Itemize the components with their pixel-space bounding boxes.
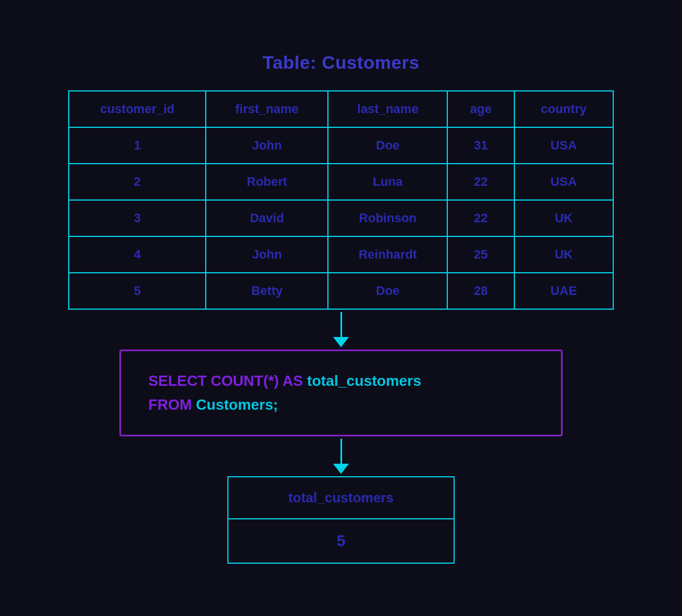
table-cell: 31 [447, 127, 514, 164]
table-cell: Doe [328, 273, 447, 309]
customers-table: customer_idfirst_namelast_nameagecountry… [68, 90, 614, 310]
table-header-row: customer_idfirst_namelast_nameagecountry [69, 91, 613, 127]
arrow-line [340, 312, 342, 337]
table-cell: 5 [69, 273, 206, 309]
result-header-row: total_customers [228, 477, 454, 519]
table-cell: 4 [69, 236, 206, 273]
result-value: 5 [228, 519, 454, 563]
table-cell: Doe [328, 127, 447, 164]
sql-text-from-customers: Customers; [192, 396, 278, 413]
table-header-cell: first_name [206, 91, 328, 127]
table-cell: USA [514, 164, 613, 200]
table-cell: Luna [328, 164, 447, 200]
table-cell: 3 [69, 200, 206, 236]
result-table: total_customers 5 [227, 476, 455, 564]
table-cell: Reinhardt [328, 236, 447, 273]
table-cell: 25 [447, 236, 514, 273]
table-header-cell: age [447, 91, 514, 127]
result-data-row: 5 [228, 519, 454, 563]
arrow-sql-to-result [333, 439, 349, 474]
result-column-header: total_customers [228, 477, 454, 519]
table-row: 4JohnReinhardt25UK [69, 236, 613, 273]
table-cell: John [206, 236, 328, 273]
table-cell: 22 [447, 164, 514, 200]
table-cell: USA [514, 127, 613, 164]
sql-keyword-from: FROM [148, 396, 192, 413]
sql-line-2: FROM Customers; [148, 393, 534, 417]
arrow-line-2 [340, 439, 342, 464]
table-cell: 2 [69, 164, 206, 200]
table-row: 2RobertLuna22USA [69, 164, 613, 200]
arrow-head [333, 337, 349, 347]
table-cell: David [206, 200, 328, 236]
table-row: 1JohnDoe31USA [69, 127, 613, 164]
sql-box: SELECT COUNT(*) AS total_customers FROM … [119, 349, 563, 436]
table-header-cell: last_name [328, 91, 447, 127]
table-cell: 22 [447, 200, 514, 236]
page-title: Table: Customers [263, 52, 419, 73]
table-row: 5BettyDoe28UAE [69, 273, 613, 309]
sql-line-1: SELECT COUNT(*) AS total_customers [148, 369, 534, 393]
arrow-head-2 [333, 464, 349, 474]
table-cell: UAE [514, 273, 613, 309]
sql-text-total-customers: total_customers [303, 372, 421, 389]
table-cell: UK [514, 200, 613, 236]
diagram: Table: Customers customer_idfirst_namela… [0, 30, 682, 586]
table-cell: Betty [206, 273, 328, 309]
table-cell: Robert [206, 164, 328, 200]
table-cell: 28 [447, 273, 514, 309]
arrow-table-to-sql [333, 312, 349, 347]
table-header-cell: customer_id [69, 91, 206, 127]
table-cell: 1 [69, 127, 206, 164]
table-header-cell: country [514, 91, 613, 127]
sql-keyword-select: SELECT COUNT(*) AS [148, 372, 303, 389]
table-cell: UK [514, 236, 613, 273]
table-row: 3DavidRobinson22UK [69, 200, 613, 236]
table-cell: Robinson [328, 200, 447, 236]
table-cell: John [206, 127, 328, 164]
